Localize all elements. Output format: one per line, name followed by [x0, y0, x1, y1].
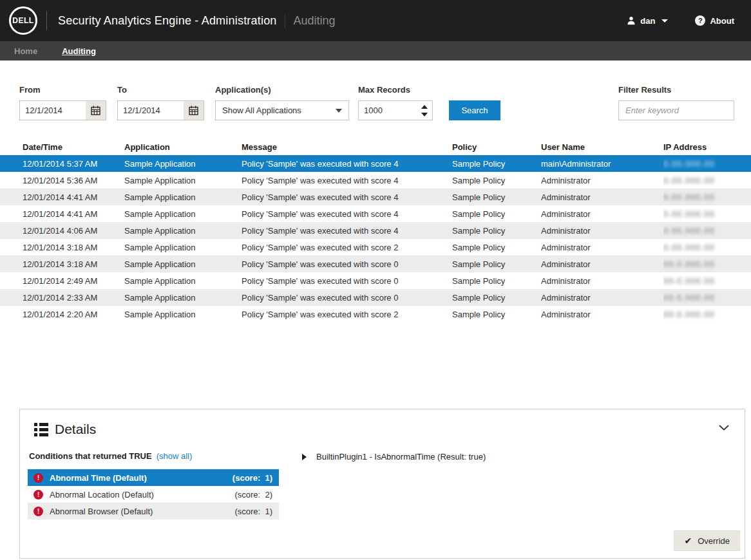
conditions-heading: Conditions that returned TRUE(show all)	[28, 451, 279, 461]
from-date-group: From	[19, 85, 106, 120]
step-down-icon[interactable]	[421, 113, 428, 117]
cell-policy: Sample Policy	[452, 155, 541, 172]
section-title: Auditing	[285, 14, 336, 28]
applications-group: Application(s) Show All Applications	[215, 85, 349, 120]
condition-name: Abnormal Location (Default)	[50, 490, 234, 499]
to-calendar-button[interactable]	[184, 101, 204, 120]
applications-select[interactable]: Show All Applications	[215, 100, 349, 120]
nav-item-auditing[interactable]: Auditing	[62, 46, 96, 56]
list-icon	[34, 423, 48, 436]
stepper-arrows	[417, 101, 432, 120]
cell-policy: Sample Policy	[452, 205, 541, 222]
cell-datetime: 12/01/2014 2:49 AM	[0, 272, 124, 289]
redacted-ip: 00.0.000.00	[663, 259, 715, 269]
cell-application: Sample Application	[124, 256, 242, 272]
cell-user: Administrator	[541, 272, 663, 289]
cell-datetime: 12/01/2014 2:33 AM	[0, 289, 124, 306]
show-all-link[interactable]: (show all)	[157, 451, 193, 461]
to-date-input[interactable]	[118, 101, 184, 120]
cell-policy: Sample Policy	[452, 189, 541, 205]
cell-message: Policy 'Sample' was executed with score …	[242, 289, 452, 306]
table-row[interactable]: 12/01/2014 4:41 AMSample ApplicationPoli…	[0, 189, 751, 205]
from-calendar-button[interactable]	[86, 101, 106, 120]
col-header-message[interactable]: Message	[242, 138, 452, 155]
cell-ip_redacted: 00.0.000.00	[663, 289, 751, 306]
filter-bar: From To Application(s) Show All Applicat…	[0, 61, 751, 120]
condition-item[interactable]: !Abnormal Browser (Default)(score: 1)	[28, 503, 279, 519]
search-button[interactable]: Search	[449, 100, 500, 120]
calendar-icon	[189, 106, 198, 115]
condition-item[interactable]: !Abnormal Location (Default)(score: 2)	[28, 486, 279, 503]
main-nav: Home Auditing	[0, 41, 751, 61]
applications-selected-value: Show All Applications	[222, 106, 301, 115]
help-icon: ?	[695, 15, 705, 26]
details-panel: Details Conditions that returned TRUE(sh…	[19, 409, 745, 559]
cell-datetime: 12/01/2014 4:06 AM	[0, 222, 124, 239]
to-date-group: To	[117, 85, 204, 120]
redacted-ip: 0.00.000.00	[663, 209, 715, 219]
user-menu[interactable]: dan	[627, 16, 668, 26]
table-row[interactable]: 12/01/2014 5:36 AMSample ApplicationPoli…	[0, 172, 751, 189]
cell-policy: Sample Policy	[452, 172, 541, 189]
alert-icon: !	[33, 490, 43, 499]
cell-policy: Sample Policy	[452, 272, 541, 289]
condition-item[interactable]: !Abnormal Time (Default)(score: 1)	[28, 469, 279, 486]
cell-application: Sample Application	[124, 239, 242, 256]
condition-name: Abnormal Browser (Default)	[50, 507, 234, 516]
about-button[interactable]: ? About	[695, 15, 734, 26]
nav-item-home[interactable]: Home	[14, 46, 37, 56]
condition-name: Abnormal Time (Default)	[50, 473, 233, 483]
override-button[interactable]: ✔ Override	[674, 530, 740, 551]
about-label: About	[710, 16, 734, 26]
cell-application: Sample Application	[124, 306, 242, 322]
redacted-ip: 0.00.000.00	[663, 226, 715, 236]
from-date-input[interactable]	[20, 101, 86, 120]
max-records-input[interactable]	[359, 101, 417, 120]
cell-datetime: 12/01/2014 2:20 AM	[0, 306, 124, 322]
check-icon: ✔	[684, 536, 692, 546]
cell-user: main\Administrator	[541, 155, 663, 172]
from-date-box	[19, 100, 106, 120]
filter-results-label: Filter Results	[618, 85, 734, 95]
cell-application: Sample Application	[124, 205, 242, 222]
table-header-row: Date/Time Application Message Policy Use…	[0, 138, 751, 155]
col-header-username[interactable]: User Name	[541, 138, 663, 155]
table-row[interactable]: 12/01/2014 5:37 AMSample ApplicationPoli…	[0, 155, 751, 172]
alert-icon: !	[33, 507, 43, 516]
tree-expand-icon[interactable]	[302, 454, 307, 460]
cell-ip_redacted: 0.00.000.00	[663, 239, 751, 256]
table-row[interactable]: 12/01/2014 4:41 AMSample ApplicationPoli…	[0, 205, 751, 222]
filter-keyword-input[interactable]	[618, 100, 734, 120]
cell-user: Administrator	[541, 306, 663, 322]
cell-ip_redacted: 0.00.000.00	[663, 155, 751, 172]
cell-message: Policy 'Sample' was executed with score …	[242, 272, 452, 289]
alert-icon: !	[33, 473, 43, 483]
cell-message: Policy 'Sample' was executed with score …	[242, 239, 452, 256]
dell-logo: DELL	[9, 6, 37, 35]
col-header-policy[interactable]: Policy	[452, 138, 541, 155]
step-up-icon[interactable]	[421, 105, 428, 109]
conditions-heading-text: Conditions that returned TRUE	[29, 451, 152, 461]
cell-ip_redacted: 00.0.000.00	[663, 256, 751, 272]
table-row[interactable]: 12/01/2014 2:33 AMSample ApplicationPoli…	[0, 289, 751, 306]
col-header-ipaddress[interactable]: IP Address	[663, 138, 751, 155]
table-row[interactable]: 12/01/2014 4:06 AMSample ApplicationPoli…	[0, 222, 751, 239]
table-row[interactable]: 12/01/2014 2:20 AMSample ApplicationPoli…	[0, 306, 751, 322]
table-row[interactable]: 12/01/2014 2:49 AMSample ApplicationPoli…	[0, 272, 751, 289]
cell-user: Administrator	[541, 289, 663, 306]
table-row[interactable]: 12/01/2014 3:18 AMSample ApplicationPoli…	[0, 256, 751, 272]
conditions-column: Conditions that returned TRUE(show all) …	[28, 451, 279, 519]
cell-user: Administrator	[541, 222, 663, 239]
cell-application: Sample Application	[124, 155, 242, 172]
collapse-chevron-icon[interactable]	[719, 425, 729, 431]
col-header-datetime[interactable]: Date/Time	[0, 138, 124, 155]
applications-label: Application(s)	[215, 85, 349, 95]
cell-message: Policy 'Sample' was executed with score …	[242, 189, 452, 205]
table-row[interactable]: 12/01/2014 3:18 AMSample ApplicationPoli…	[0, 239, 751, 256]
col-header-application[interactable]: Application	[124, 138, 242, 155]
cell-user: Administrator	[541, 189, 663, 205]
plugin-tree-item[interactable]: BuiltinPlugin1 - IsAbnormalTime (Result:…	[316, 452, 486, 462]
user-name: dan	[640, 16, 655, 26]
condition-score: (score: 1)	[234, 507, 272, 516]
cell-application: Sample Application	[124, 222, 242, 239]
